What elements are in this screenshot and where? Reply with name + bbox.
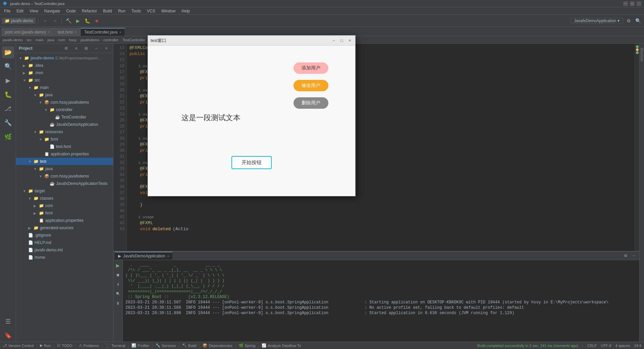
tab-test-fxml-close[interactable]: × (75, 30, 77, 34)
find-tool-icon[interactable]: 🔍 (2, 60, 14, 72)
javafx-minimize-button[interactable]: − (331, 38, 336, 43)
bottom-settings-icon[interactable]: ⚙ (622, 252, 630, 260)
close-button[interactable]: × (637, 1, 641, 6)
status-terminal[interactable]: ⬛ Terminal (105, 343, 125, 348)
stop-button[interactable]: ■ (93, 17, 101, 25)
bottom-minimize-icon[interactable]: − (630, 252, 638, 260)
build-button[interactable]: 🔨 (64, 17, 72, 25)
tree-resources[interactable]: ▼ 📁 resources (16, 128, 113, 136)
run-config-selector[interactable]: JavafxDemoApplication ▾ (571, 18, 623, 24)
tree-generated[interactable]: ▶ 📁 generated-sources (16, 224, 113, 232)
bc-hssy[interactable]: hssy (69, 38, 77, 42)
console-output[interactable]: . ____ _ __ _ _ /\\ / ___'_ __ _ _(_)_ _… (123, 260, 639, 342)
status-build[interactable]: 🔨 Build (182, 343, 196, 348)
tab-test-fxml[interactable]: test.fxml × (54, 28, 80, 36)
status-indent[interactable]: 4 spaces (615, 344, 630, 348)
tree-java[interactable]: ▼ 📁 java (16, 91, 113, 99)
menu-tools[interactable]: Tools (129, 8, 144, 14)
forward-button[interactable]: → (51, 17, 59, 25)
run-scroll-icon[interactable]: ⬇ (114, 280, 122, 288)
run-tab-close[interactable]: × (167, 254, 169, 258)
maven-tool-icon[interactable]: 🔧 (2, 117, 14, 129)
tree-appprop-target[interactable]: 📋 application.properties (16, 217, 113, 224)
sidebar-collapse-icon[interactable]: − (92, 44, 100, 52)
search-everywhere-button[interactable]: 🔍 (634, 17, 642, 25)
debug-button[interactable]: 🐛 (83, 17, 91, 25)
tree-classes[interactable]: ▼ 📁 classes (16, 195, 113, 202)
javafx-add-user-button[interactable]: 添加用户 (293, 62, 328, 74)
javafx-maximize-button[interactable]: □ (339, 38, 344, 43)
run-stop-icon[interactable]: ■ (114, 271, 122, 279)
run-button[interactable]: ▶ (74, 17, 82, 25)
run-tool-icon[interactable]: ▶ (2, 74, 14, 87)
tab-testcontroller[interactable]: TestController.java × (80, 28, 125, 36)
debug-tool-icon[interactable]: 🐛 (2, 89, 14, 101)
tree-test-java[interactable]: ▼ 📁 java (16, 165, 113, 172)
tree-fxml-dir[interactable]: ▼ 📁 fxml (16, 136, 113, 143)
javafx-delete-user-button[interactable]: 删除用户 (293, 97, 328, 109)
bc-controller[interactable]: controller (103, 38, 118, 42)
menu-window[interactable]: Window (159, 8, 178, 14)
minimize-button[interactable]: − (623, 1, 628, 6)
settings-button[interactable]: ⚙ (625, 17, 633, 25)
bc-javafxdemo[interactable]: javafxdemo (80, 38, 99, 42)
tree-jda[interactable]: ☕ JavafxDemoApplication (16, 121, 113, 128)
tree-gitignore[interactable]: 📄 .gitignore (16, 232, 113, 239)
tree-idea[interactable]: ▶ 📁 .idea (16, 62, 113, 69)
tab-pom-xml-close[interactable]: × (48, 30, 50, 34)
menu-vcs[interactable]: VCS (144, 8, 158, 14)
menu-run[interactable]: Run (115, 8, 128, 14)
tree-root[interactable]: ▼ 📁 javafx-demo E:\MyProjects\workspace\… (16, 54, 113, 62)
menu-build[interactable]: Build (100, 8, 115, 14)
tree-main[interactable]: ▼ 📁 main (16, 84, 113, 91)
status-dependencies[interactable]: 📦 Dependencies (203, 343, 232, 348)
tree-testcontroller[interactable]: ☕ TestController (16, 113, 113, 121)
bc-com[interactable]: com (58, 38, 65, 42)
git-tool-icon[interactable]: ⎇ (2, 103, 14, 115)
status-run[interactable]: ▶ Run (40, 343, 51, 348)
sidebar-close-icon[interactable]: × (102, 44, 110, 52)
bc-testcontroller[interactable]: TestController (122, 38, 145, 42)
project-label[interactable]: 📁 javafx-demo (2, 18, 36, 24)
back-button[interactable]: ← (41, 17, 49, 25)
javafx-close-button[interactable]: × (347, 38, 353, 43)
menu-code[interactable]: Code (63, 8, 78, 14)
bc-src[interactable]: src (27, 38, 32, 42)
bc-java[interactable]: java (47, 38, 54, 42)
menu-navigate[interactable]: Navigate (42, 8, 63, 14)
tree-target[interactable]: ▼ 📁 target (16, 187, 113, 195)
status-services[interactable]: 🔧 Services (156, 343, 176, 348)
status-problems[interactable]: ⚠ Problems (79, 343, 99, 348)
menu-view[interactable]: View (27, 8, 41, 14)
status-charset[interactable]: UTF-8 (601, 344, 611, 348)
menu-help[interactable]: Help (179, 8, 193, 14)
tab-pom-xml[interactable]: pom.xml (javafx-demo) × (1, 28, 54, 36)
sidebar-gear-icon[interactable]: ⚙ (62, 44, 70, 52)
tree-helpmd[interactable]: 📄 HELP.md (16, 239, 113, 246)
structure-tool-icon[interactable]: ☰ (2, 315, 14, 328)
bc-main[interactable]: main (36, 38, 44, 42)
status-spring[interactable]: 🌿 Spring (239, 343, 256, 348)
tab-run[interactable]: ▶ JavafxDemoApplication × (115, 252, 172, 260)
status-profiler[interactable]: 📊 Profiler (131, 343, 149, 348)
menu-edit[interactable]: Edit (14, 8, 26, 14)
project-tool-icon[interactable]: 📂 (2, 46, 14, 58)
tree-pkg[interactable]: ▼ 📦 com.hssy.javafxdemo (16, 99, 113, 106)
status-todo[interactable]: ☑ TODO (57, 343, 72, 348)
tree-test-pkg[interactable]: ▼ 📦 com.hssy.javafxdemo (16, 172, 113, 180)
sidebar-layout-icon[interactable]: ≡ (72, 44, 80, 52)
maximize-button[interactable]: □ (630, 1, 635, 6)
tree-mvnw[interactable]: 📄 mvnw (16, 254, 113, 261)
run-clear-icon[interactable]: 🗑 (114, 299, 122, 307)
status-vcs[interactable]: ⎇ Version Control (3, 343, 34, 348)
tree-jdatests[interactable]: ☕ JavafxDemoApplicationTests (16, 180, 113, 187)
tree-appprop[interactable]: 📋 application.properties (16, 150, 113, 158)
tab-testcontroller-close[interactable]: × (119, 31, 121, 34)
tree-com[interactable]: ▶ 📁 com (16, 202, 113, 209)
status-analyze[interactable]: 📈 Analyze Dataflow To (262, 343, 301, 348)
tree-fxml-target[interactable]: ▶ 📁 fxml (16, 209, 113, 217)
menu-refactor[interactable]: Refactor (79, 8, 100, 14)
tree-test-fxml[interactable]: 📄 test.fxml (16, 143, 113, 150)
sidebar-expand-icon[interactable]: ⊞ (82, 44, 90, 52)
bookmarks-tool-icon[interactable]: 🔖 (2, 330, 14, 342)
